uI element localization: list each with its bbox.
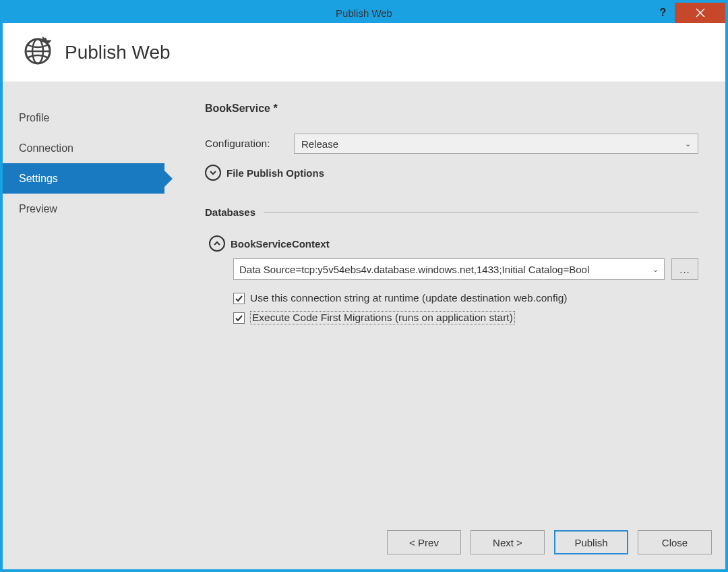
divider <box>264 212 698 212</box>
window-controls: ? <box>651 3 725 23</box>
header: Publish Web <box>3 23 725 82</box>
file-publish-options-label: File Publish Options <box>226 167 324 179</box>
ellipsis-icon: ... <box>679 264 690 275</box>
next-label: Next > <box>493 537 522 548</box>
publish-label: Publish <box>574 537 607 548</box>
execute-migrations-label: Execute Code First Migrations (runs on a… <box>250 311 515 324</box>
sidebar-item-preview[interactable]: Preview <box>3 194 164 224</box>
close-window-button[interactable] <box>675 3 725 23</box>
database-block: BookServiceContext Data Source=tcp:y5v54… <box>205 235 698 331</box>
browse-connection-button[interactable]: ... <box>671 258 698 280</box>
configuration-label: Configuration: <box>205 138 286 150</box>
next-button[interactable]: Next > <box>471 530 545 554</box>
footer: < Prev Next > Publish Close <box>3 521 725 569</box>
publish-web-window: Publish Web ? Publis <box>0 0 728 572</box>
database-body: Data Source=tcp:y5v54ebs4v.database.wind… <box>209 258 698 324</box>
configuration-value: Release <box>301 138 338 150</box>
connection-string-dropdown[interactable]: Data Source=tcp:y5v54ebs4v.database.wind… <box>233 258 665 280</box>
connection-string-row: Data Source=tcp:y5v54ebs4v.database.wind… <box>233 258 698 280</box>
use-connection-string-checkbox[interactable] <box>233 293 245 304</box>
check-icon <box>235 314 243 322</box>
chevron-down-icon: ⌄ <box>653 265 659 274</box>
sidebar-item-label: Connection <box>19 142 73 154</box>
sidebar-item-profile[interactable]: Profile <box>3 103 164 133</box>
check-icon <box>235 294 243 303</box>
header-title: Publish Web <box>65 42 171 63</box>
sidebar-item-label: Profile <box>19 112 49 124</box>
chevron-up-icon <box>209 235 225 252</box>
chevron-down-icon <box>205 165 221 181</box>
content-pane: BookService * Configuration: Release ⌄ F… <box>164 82 725 521</box>
dialog-body: Profile Connection Settings Preview Book… <box>3 82 725 521</box>
use-connection-string-row[interactable]: Use this connection string at runtime (u… <box>233 292 698 304</box>
connection-string-value: Data Source=tcp:y5v54ebs4v.database.wind… <box>239 264 647 275</box>
sidebar-item-connection[interactable]: Connection <box>3 133 164 163</box>
databases-section-header: Databases <box>205 206 698 218</box>
configuration-row: Configuration: Release ⌄ <box>205 134 698 154</box>
help-button[interactable]: ? <box>651 3 675 23</box>
database-expander[interactable]: BookServiceContext <box>209 235 698 252</box>
globe-publish-icon <box>23 36 53 68</box>
sidebar-item-label: Settings <box>19 173 58 185</box>
execute-migrations-row[interactable]: Execute Code First Migrations (runs on a… <box>233 311 698 324</box>
execute-migrations-checkbox[interactable] <box>233 312 245 324</box>
sidebar: Profile Connection Settings Preview <box>3 82 164 521</box>
publish-button[interactable]: Publish <box>554 530 628 554</box>
sidebar-item-settings[interactable]: Settings <box>3 163 164 194</box>
file-publish-options-expander[interactable]: File Publish Options <box>205 165 698 181</box>
window-title: Publish Web <box>336 7 392 19</box>
close-icon <box>696 8 705 18</box>
prev-label: < Prev <box>409 537 439 548</box>
databases-title: Databases <box>205 206 255 218</box>
prev-button[interactable]: < Prev <box>387 530 461 554</box>
chevron-down-icon: ⌄ <box>685 140 691 148</box>
database-name: BookServiceContext <box>231 238 330 250</box>
close-button[interactable]: Close <box>638 530 712 554</box>
close-label: Close <box>662 537 688 548</box>
profile-title: BookService * <box>205 103 698 115</box>
sidebar-item-label: Preview <box>19 203 57 215</box>
titlebar: Publish Web ? <box>3 3 725 23</box>
configuration-select[interactable]: Release ⌄ <box>294 134 698 154</box>
use-connection-string-label: Use this connection string at runtime (u… <box>250 292 567 304</box>
